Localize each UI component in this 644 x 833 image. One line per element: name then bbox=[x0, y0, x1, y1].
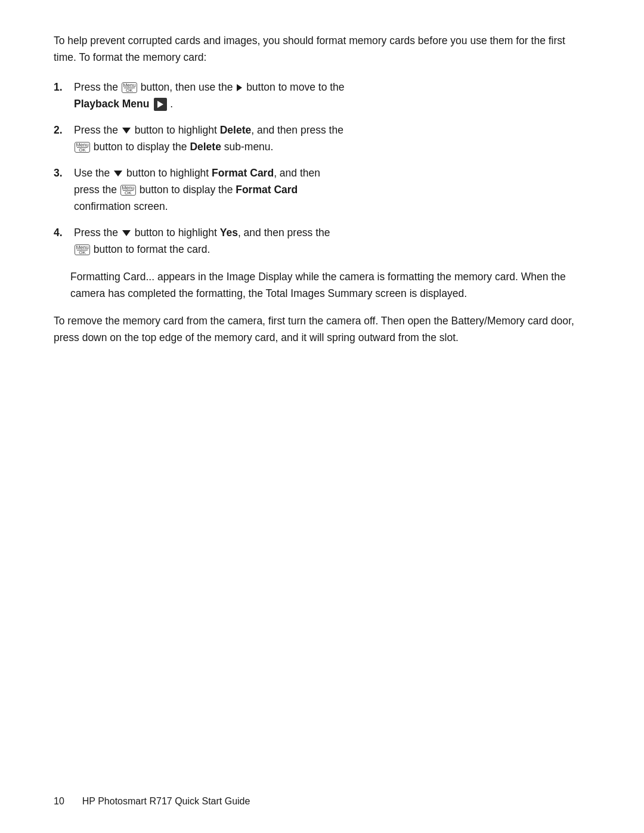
step-1-text-before-menu: Press the bbox=[74, 81, 118, 93]
formatting-note: Formatting Card... appears in the Image … bbox=[54, 268, 590, 302]
footer-title: HP Photosmart R717 Quick Start Guide bbox=[82, 796, 250, 807]
step-4-number: 4. bbox=[54, 224, 70, 241]
step-2: 2. Press the button to highlight Delete,… bbox=[54, 122, 590, 155]
down-arrow-icon-3 bbox=[114, 171, 122, 176]
menu-ok-button-icon-3: Menu OK bbox=[120, 185, 136, 196]
playback-menu-icon bbox=[154, 98, 167, 111]
footer-page-number: 10 bbox=[54, 796, 64, 807]
outro-paragraph: To remove the memory card from the camer… bbox=[54, 312, 590, 346]
step-1-content: Press the Menu OK button, then use the b… bbox=[74, 79, 590, 112]
menu-ok-button-icon-1: Menu OK bbox=[122, 82, 137, 93]
steps-list: 1. Press the Menu OK button, then use th… bbox=[54, 79, 590, 258]
format-card-bold-2: Format Card bbox=[236, 184, 298, 196]
step-3-number: 3. bbox=[54, 165, 70, 181]
step-1: 1. Press the Menu OK button, then use th… bbox=[54, 79, 590, 112]
step-2-content: Press the button to highlight Delete, an… bbox=[74, 122, 590, 155]
delete-bold-2: Delete bbox=[190, 141, 221, 153]
step-3-content: Use the button to highlight Format Card,… bbox=[74, 165, 590, 215]
playback-arrow-icon bbox=[157, 101, 163, 108]
step-4: 4. Press the button to highlight Yes, an… bbox=[54, 224, 590, 258]
step-1-number: 1. bbox=[54, 79, 70, 95]
down-arrow-icon-2 bbox=[122, 128, 131, 134]
delete-bold-1: Delete bbox=[220, 124, 252, 136]
step-3: 3. Use the button to highlight Format Ca… bbox=[54, 165, 590, 215]
format-card-bold-1: Format Card bbox=[212, 167, 274, 179]
menu-ok-button-icon-2: Menu OK bbox=[75, 142, 90, 153]
formatting-card-bold: Formatting Card... bbox=[70, 271, 154, 283]
menu-ok-button-icon-4: Menu OK bbox=[75, 244, 90, 255]
page-content: To help prevent corrupted cards and imag… bbox=[0, 0, 644, 833]
page-footer: 10 HP Photosmart R717 Quick Start Guide bbox=[54, 796, 590, 807]
step-1-text-after-menu: button, then use the bbox=[141, 81, 236, 93]
yes-bold: Yes bbox=[220, 227, 238, 239]
step-2-number: 2. bbox=[54, 122, 70, 138]
step-1-period: . bbox=[170, 98, 173, 110]
down-arrow-icon-4 bbox=[122, 230, 131, 236]
intro-paragraph: To help prevent corrupted cards and imag… bbox=[54, 32, 590, 66]
right-arrow-icon-1 bbox=[237, 84, 242, 91]
step-4-content: Press the button to highlight Yes, and t… bbox=[74, 224, 590, 258]
playback-menu-label: Playback Menu bbox=[74, 98, 149, 110]
